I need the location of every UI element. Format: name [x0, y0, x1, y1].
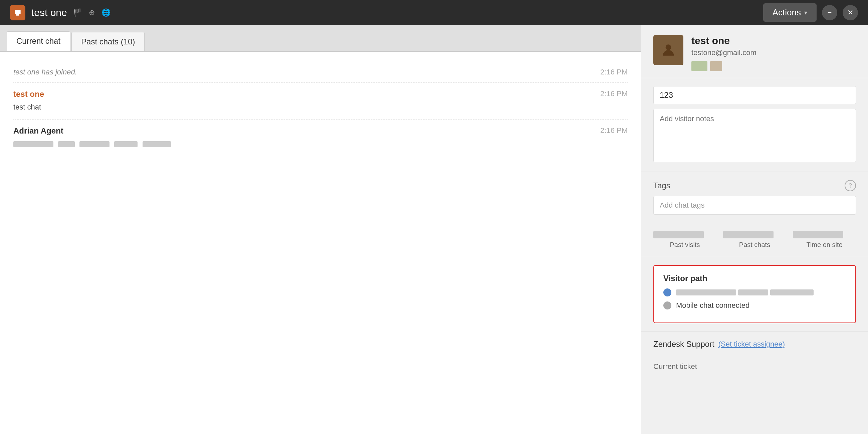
system-message-text: test one has joined. — [13, 68, 77, 76]
flag-1 — [691, 61, 707, 71]
url-bar-1 — [676, 289, 736, 296]
close-button[interactable]: ✕ — [843, 5, 858, 20]
zendesk-header: Zendesk Support (Set ticket assignee) — [653, 340, 856, 349]
redacted-text-4 — [114, 141, 137, 147]
app-icon — [10, 5, 25, 20]
messages-list: test one has joined. 2:16 PM test one 2:… — [0, 52, 641, 434]
agent-message-time: 2:16 PM — [600, 126, 628, 135]
time-on-site-bar — [793, 231, 843, 238]
set-ticket-assignee-link[interactable]: (Set ticket assignee) — [718, 340, 785, 348]
visitor-path-item-2: Mobile chat connected — [663, 301, 846, 310]
past-chats-bar — [723, 231, 774, 238]
past-chats-label: Past chats — [723, 241, 786, 249]
add-tags-placeholder: Add chat tags — [660, 201, 705, 209]
topbar: test one 🏴 ⊕ 🌐 Actions ▾ − ✕ — [0, 0, 868, 25]
current-ticket-label: Current ticket — [653, 362, 697, 371]
sidebar: test one testone@gmail.com 123 Tags ? Ad… — [641, 25, 868, 434]
visitor-message-text: test chat — [13, 101, 628, 113]
path-dot-1 — [663, 288, 671, 297]
stat-past-chats: Past chats — [723, 231, 786, 249]
main-layout: Current chat Past chats (10) test one ha… — [0, 25, 868, 434]
chevron-down-icon: ▾ — [804, 9, 807, 17]
visitor-email: testone@gmail.com — [691, 49, 856, 57]
visitor-path-item-1 — [663, 288, 846, 297]
visitor-notes-section: 123 — [641, 78, 868, 172]
actions-label: Actions — [773, 7, 801, 18]
visitor-message-header: test one 2:16 PM — [13, 90, 628, 99]
tab-past-chats[interactable]: Past chats (10) — [71, 32, 145, 51]
visitor-display-name: test one — [691, 35, 856, 46]
network-icon: ⊕ — [89, 8, 95, 17]
path-url-bars — [676, 289, 814, 296]
visitor-header: test one testone@gmail.com — [641, 25, 868, 78]
chat-area: Current chat Past chats (10) test one ha… — [0, 25, 641, 434]
redacted-text-1 — [13, 141, 54, 147]
stat-past-visits: Past visits — [653, 231, 716, 249]
past-visits-bar — [653, 231, 704, 238]
tags-help-icon[interactable]: ? — [845, 180, 856, 191]
tags-section: Tags ? Add chat tags — [641, 172, 868, 223]
url-bar-3 — [770, 289, 814, 296]
flag-2 — [710, 61, 722, 71]
visitor-id-badge: 123 — [653, 86, 856, 104]
agent-message-text — [13, 138, 628, 149]
url-bar-2 — [738, 289, 768, 296]
globe-icon: 🌐 — [101, 8, 111, 17]
current-ticket-section: Current ticket — [641, 357, 868, 376]
flag-icon: 🏴 — [73, 8, 82, 17]
redacted-text-5 — [143, 141, 171, 147]
minimize-button[interactable]: − — [822, 5, 837, 20]
path-dot-2 — [663, 302, 671, 309]
tab-current-chat[interactable]: Current chat — [7, 31, 70, 51]
redacted-text-2 — [58, 141, 75, 147]
visitor-flags — [691, 61, 856, 71]
system-message-time: 2:16 PM — [600, 68, 628, 76]
past-visits-label: Past visits — [653, 241, 716, 249]
visitor-name-label: test one — [13, 90, 44, 99]
visitor-info: test one testone@gmail.com — [691, 35, 856, 71]
zendesk-label: Zendesk Support — [653, 340, 714, 349]
stat-time-on-site: Time on site — [793, 231, 856, 249]
svg-point-0 — [666, 44, 671, 50]
mobile-chat-label: Mobile chat connected — [676, 301, 749, 310]
visitor-message-time: 2:16 PM — [600, 90, 628, 99]
redacted-text-3 — [80, 141, 110, 147]
time-on-site-label: Time on site — [793, 241, 856, 249]
visitor-path-section: Visitor path Mobile chat connected — [653, 265, 856, 323]
agent-message: Adrian Agent 2:16 PM — [13, 120, 628, 156]
agent-name-label: Adrian Agent — [13, 126, 63, 135]
app-title: test one — [31, 7, 67, 18]
add-tags-input[interactable]: Add chat tags — [653, 196, 856, 215]
tags-label: Tags — [653, 181, 670, 190]
visitor-message: test one 2:16 PM test chat — [13, 83, 628, 120]
topbar-left: test one 🏴 ⊕ 🌐 — [10, 5, 111, 20]
agent-message-header: Adrian Agent 2:16 PM — [13, 126, 628, 135]
actions-button[interactable]: Actions ▾ — [763, 3, 816, 22]
visitor-avatar — [653, 35, 683, 65]
tags-header: Tags ? — [653, 180, 856, 191]
stats-section: Past visits Past chats Time on site — [641, 223, 868, 257]
zendesk-section: Zendesk Support (Set ticket assignee) — [641, 331, 868, 357]
system-message: test one has joined. 2:16 PM — [13, 62, 628, 83]
tabs-bar: Current chat Past chats (10) — [0, 25, 641, 52]
topbar-right: Actions ▾ − ✕ — [763, 3, 858, 22]
topbar-icons: 🏴 ⊕ 🌐 — [73, 8, 111, 17]
visitor-notes-input[interactable] — [653, 109, 856, 162]
visitor-path-title: Visitor path — [663, 274, 846, 283]
